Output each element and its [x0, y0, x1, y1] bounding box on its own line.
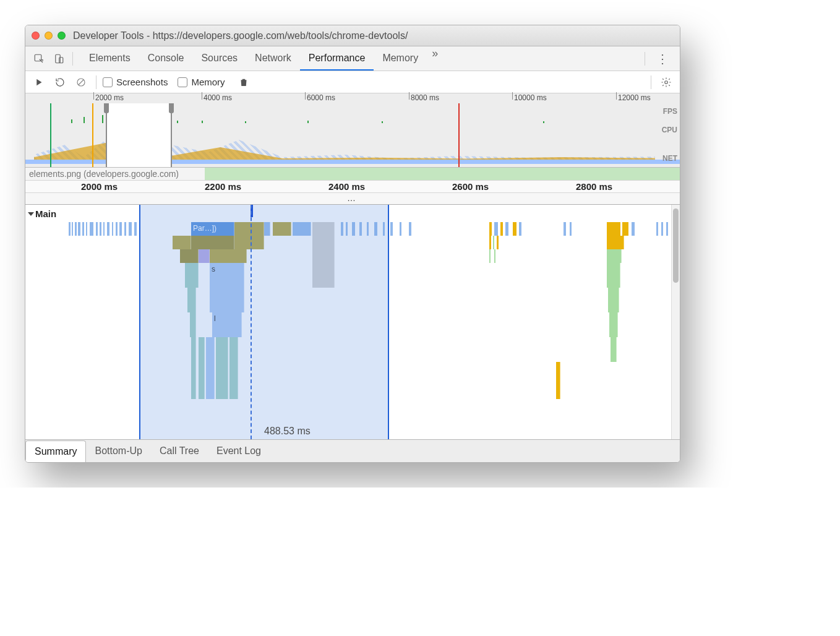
flame-block[interactable] [608, 288, 619, 312]
devtools-window: Developer Tools - https://developers.goo… [25, 25, 680, 463]
flame-chart[interactable]: Main Par…]) [25, 205, 680, 440]
close-icon[interactable] [32, 32, 40, 40]
tab-memory[interactable]: Memory [374, 47, 427, 71]
record-icon[interactable] [30, 74, 48, 91]
window-title: Developer Tools - https://developers.goo… [73, 30, 408, 41]
timeline-overview[interactable]: 2000 ms 4000 ms 6000 ms 8000 ms 10000 ms… [25, 93, 680, 168]
flame-canvas[interactable]: Par…]) [69, 205, 680, 439]
device-toggle-icon[interactable] [50, 50, 67, 67]
detail-ruler[interactable]: 2000 ms 2200 ms 2400 ms 2600 ms 2800 ms [25, 180, 680, 192]
overview-tick: 4000 ms [204, 93, 232, 102]
overflow-tabs-icon[interactable]: » [427, 47, 443, 71]
selection-handle-right[interactable] [169, 103, 174, 113]
overview-tick: 2000 ms [95, 93, 124, 102]
main-thread-label: Main [35, 208, 56, 219]
zoom-icon[interactable] [58, 32, 66, 40]
network-request-label: elements.png (developers.google.com) [29, 169, 179, 179]
minimize-icon[interactable] [45, 32, 53, 40]
flame-track-header: Main [25, 205, 69, 439]
network-request-row[interactable]: elements.png (developers.google.com) [25, 168, 680, 180]
performance-toolbar: Screenshots Memory [25, 71, 680, 93]
overview-selection[interactable] [106, 103, 172, 167]
detail-ruler-area: elements.png (developers.google.com) 200… [25, 168, 680, 205]
ruler-tick: 2800 ms [576, 181, 612, 192]
tab-performance[interactable]: Performance [300, 47, 374, 71]
flame-scrollbar[interactable] [671, 205, 680, 439]
panel-tab-row: Elements Console Sources Network Perform… [25, 46, 680, 71]
checkbox-icon[interactable] [103, 77, 113, 87]
flame-block[interactable] [611, 337, 617, 362]
ruler-tick: 2200 ms [205, 181, 241, 192]
tab-console[interactable]: Console [139, 47, 193, 71]
tab-event-log[interactable]: Event Log [208, 440, 270, 462]
ruler-tick: 2000 ms [81, 181, 118, 192]
selection-duration-label: 488.53 ms [264, 426, 311, 437]
clear-icon[interactable] [72, 74, 90, 91]
flame-block[interactable] [607, 236, 624, 249]
tab-summary[interactable]: Summary [25, 440, 86, 462]
reload-icon[interactable] [51, 74, 69, 91]
tab-bottom-up[interactable]: Bottom-Up [86, 440, 150, 462]
divider [72, 52, 73, 66]
tab-elements[interactable]: Elements [80, 47, 139, 71]
tab-network[interactable]: Network [246, 47, 300, 71]
flame-selection[interactable]: 488.53 ms [139, 205, 389, 439]
lane-label-cpu: CPU [662, 126, 677, 134]
overview-body[interactable] [25, 103, 680, 167]
overview-tick: 8000 ms [411, 93, 439, 102]
titlebar: Developer Tools - https://developers.goo… [25, 25, 680, 46]
checkbox-icon[interactable] [178, 77, 187, 87]
capture-settings-icon[interactable] [658, 74, 675, 91]
inspect-icon[interactable] [30, 50, 48, 67]
triangle-down-icon [28, 212, 34, 216]
marker-first-paint [50, 103, 51, 167]
garbage-collect-icon[interactable] [235, 74, 252, 91]
thin-bars[interactable] [489, 236, 514, 249]
main-menu-icon[interactable]: ⋮ [650, 51, 675, 66]
network-bar [205, 168, 680, 180]
flame-block[interactable] [607, 249, 622, 263]
flame-block[interactable] [609, 312, 618, 337]
overview-tick: 12000 ms [618, 93, 651, 102]
lane-label-net: NET [662, 154, 677, 163]
selection-handle-left[interactable] [104, 103, 109, 113]
screenshots-checkbox[interactable]: Screenshots [103, 77, 168, 87]
task-bars[interactable] [341, 222, 675, 236]
thin-bars[interactable] [489, 249, 514, 263]
collapsed-indicator[interactable]: … [25, 192, 680, 204]
details-tab-row: Summary Bottom-Up Call Tree Event Log [25, 440, 680, 462]
tab-call-tree[interactable]: Call Tree [151, 440, 208, 462]
window-controls [32, 32, 66, 40]
panel-tabs: Elements Console Sources Network Perform… [80, 47, 640, 71]
flame-block[interactable] [607, 263, 620, 288]
memory-checkbox[interactable]: Memory [178, 77, 225, 87]
main-thread-toggle[interactable]: Main [25, 208, 69, 219]
flame-block[interactable] [556, 362, 560, 399]
tab-sources[interactable]: Sources [192, 47, 246, 71]
marker-dom-content [92, 103, 93, 167]
screenshots-label: Screenshots [116, 77, 168, 87]
marker-onload [458, 103, 460, 167]
divider [645, 52, 645, 66]
lane-label-fps: FPS [663, 107, 677, 116]
divider [651, 75, 651, 89]
ruler-tick: 2400 ms [328, 181, 365, 192]
svg-point-4 [665, 80, 668, 84]
memory-label: Memory [191, 77, 225, 87]
overview-tick: 10000 ms [514, 93, 547, 102]
scrollbar-thumb[interactable] [673, 208, 679, 283]
selection-cursor-line [251, 205, 252, 439]
overview-tick: 6000 ms [307, 93, 335, 102]
ruler-tick: 2600 ms [452, 181, 489, 192]
divider [96, 75, 96, 89]
